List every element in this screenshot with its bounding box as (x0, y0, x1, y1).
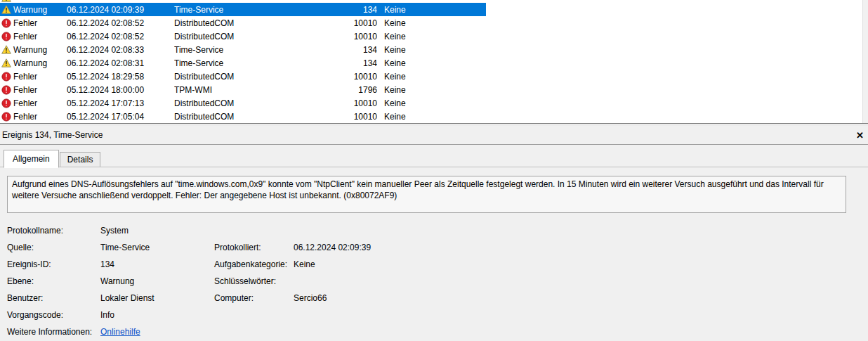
field-row: Protokollname:System (7, 226, 868, 243)
event-level: Fehler (13, 72, 37, 82)
event-row[interactable]: Fehler05.12.2024 18:00:00TPM-WMI1796Kein… (0, 83, 486, 96)
field-label: Protokolliert: (214, 243, 294, 252)
warning-icon (1, 58, 11, 68)
event-level-cell: Warnung (0, 58, 67, 68)
event-row[interactable]: Fehler05.12.2024 17:07:13DistributedCOM1… (0, 96, 486, 110)
field-row: Benutzer:Lokaler DienstComputer:Sercio66 (7, 293, 868, 310)
tab-allgemein[interactable]: Allgemein (4, 150, 59, 168)
event-id: 10010 (309, 32, 377, 41)
close-icon[interactable]: ✕ (856, 131, 864, 140)
field-row: Weitere Informationen:Onlinehilfe (7, 327, 868, 341)
event-level-cell: Fehler (0, 32, 67, 41)
online-help-link[interactable]: Onlinehilfe (100, 327, 140, 337)
event-source: DistributedCOM (174, 112, 309, 122)
error-icon (1, 32, 11, 41)
event-level-cell: Fehler (0, 112, 67, 122)
warning-icon (1, 5, 11, 15)
event-datetime: 05.12.2024 18:29:58 (67, 72, 174, 82)
event-list: Warnung06.12.2024 02:09:39Time-Service13… (0, 0, 868, 123)
event-id: 10010 (309, 98, 377, 108)
event-datetime: 06.12.2024 02:08:52 (67, 32, 174, 41)
field-value: Lokaler Dienst (100, 293, 214, 303)
error-icon (1, 98, 11, 108)
event-id: 10010 (309, 112, 377, 122)
event-source: Time-Service (174, 45, 309, 55)
event-row[interactable]: Fehler05.12.2024 18:29:58DistributedCOM1… (0, 70, 486, 83)
field-label: Protokollname: (7, 226, 100, 236)
event-id: 10010 (309, 72, 377, 82)
event-category: Keine (377, 85, 406, 95)
event-row[interactable]: Warnung06.12.2024 02:08:33Time-Service13… (0, 43, 486, 56)
error-icon (1, 112, 11, 122)
event-row-partial[interactable] (0, 0, 868, 3)
event-source: DistributedCOM (174, 18, 309, 28)
field-label: Ereignis-ID: (7, 259, 100, 269)
field-value: Keine (294, 259, 315, 269)
error-icon (1, 72, 11, 82)
field-value: Onlinehilfe (100, 327, 214, 337)
event-id: 1796 (309, 85, 377, 95)
details-tabs: Allgemein Details (0, 145, 868, 167)
field-value: 06.12.2024 02:09:39 (294, 243, 371, 252)
event-row[interactable]: Warnung06.12.2024 02:08:31Time-Service13… (0, 56, 486, 70)
event-level-cell: Fehler (0, 18, 67, 28)
field-value: Time-Service (100, 243, 214, 252)
event-datetime: 06.12.2024 02:08:31 (67, 58, 174, 68)
event-category: Keine (377, 112, 406, 122)
event-level-cell: Fehler (0, 98, 67, 108)
details-header-title: Ereignis 134, Time-Service (2, 130, 103, 140)
event-fields: Protokollname:SystemQuelle:Time-ServiceP… (0, 226, 868, 341)
event-id: 134 (309, 45, 377, 55)
event-level-cell: Fehler (0, 72, 67, 82)
event-level: Fehler (13, 98, 37, 108)
event-source: Time-Service (174, 5, 309, 15)
field-value: 134 (100, 259, 214, 269)
event-category: Keine (377, 72, 406, 82)
event-datetime: 06.12.2024 02:08:33 (67, 45, 174, 55)
event-category: Keine (377, 5, 406, 15)
event-description[interactable]: Aufgrund eines DNS-Auflösungsfehlers auf… (7, 176, 846, 213)
event-datetime: 05.12.2024 17:05:04 (67, 112, 174, 122)
event-row[interactable]: Fehler06.12.2024 02:08:52DistributedCOM1… (0, 16, 486, 30)
warning-icon (1, 0, 11, 3)
event-row[interactable]: Fehler06.12.2024 02:08:52DistributedCOM1… (0, 30, 486, 43)
event-id: 134 (309, 5, 377, 15)
field-row: Ebene:WarnungSchlüsselwörter: (7, 276, 868, 293)
event-id: 10010 (309, 18, 377, 28)
event-level-cell: Fehler (0, 85, 67, 95)
event-level: Fehler (13, 32, 37, 41)
tab-details[interactable]: Details (60, 152, 101, 167)
field-row: Vorgangscode:Info (7, 310, 868, 327)
event-level: Fehler (13, 18, 37, 28)
event-level: Fehler (13, 85, 37, 95)
tab-content-allgemein: Aufgrund eines DNS-Auflösungsfehlers auf… (0, 167, 868, 341)
event-datetime: 06.12.2024 02:08:52 (67, 18, 174, 28)
error-icon (1, 18, 11, 28)
warning-icon (1, 45, 11, 55)
event-category: Keine (377, 18, 406, 28)
event-level: Warnung (13, 58, 47, 68)
event-source: DistributedCOM (174, 72, 309, 82)
event-details-pane: Ereignis 134, Time-Service ✕ Allgemein D… (0, 126, 868, 341)
event-source: TPM-WMI (174, 85, 309, 95)
event-level: Warnung (13, 5, 47, 15)
field-label: Schlüsselwörter: (214, 276, 294, 286)
field-value: System (100, 226, 214, 236)
event-datetime: 05.12.2024 17:07:13 (67, 98, 174, 108)
event-source: Time-Service (174, 58, 309, 68)
field-label: Benutzer: (7, 293, 100, 303)
details-header: Ereignis 134, Time-Service ✕ (0, 126, 868, 145)
vertical-scrollbar[interactable] (862, 0, 868, 123)
field-value: Warnung (100, 276, 214, 286)
event-row[interactable]: Warnung06.12.2024 02:09:39Time-Service13… (0, 3, 486, 16)
field-label: Quelle: (7, 243, 100, 252)
field-label: Weitere Informationen: (7, 327, 100, 337)
event-row[interactable]: Fehler05.12.2024 17:05:04DistributedCOM1… (0, 110, 486, 123)
event-level-cell: Warnung (0, 5, 67, 15)
field-label: Vorgangscode: (7, 310, 100, 320)
field-label: Aufgabenkategorie: (214, 259, 294, 269)
field-value: Sercio66 (294, 293, 327, 303)
event-category: Keine (377, 32, 406, 41)
event-category: Keine (377, 98, 406, 108)
event-datetime: 06.12.2024 02:09:39 (67, 5, 174, 15)
